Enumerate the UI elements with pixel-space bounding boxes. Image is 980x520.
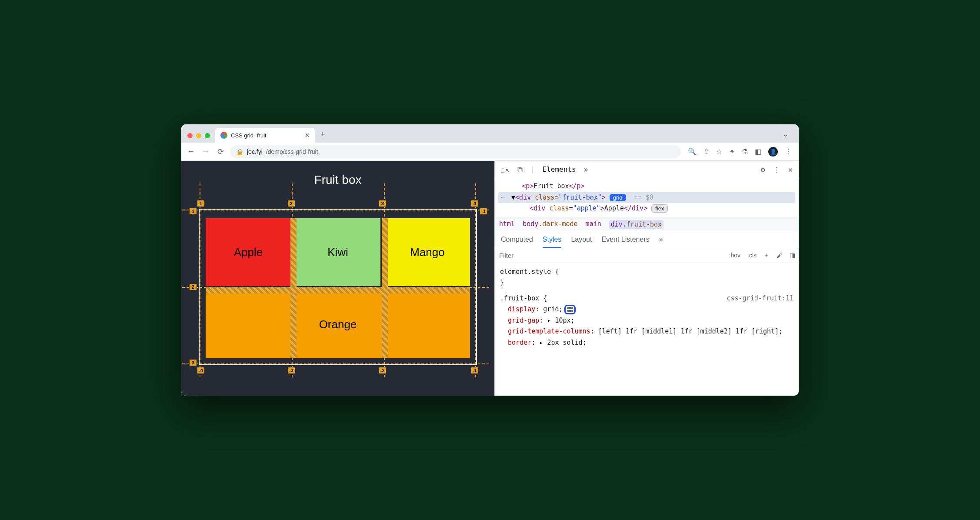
rule-selector: .fruit-box {: [500, 293, 547, 304]
menu-icon[interactable]: ⋮: [785, 147, 792, 156]
new-tab-button[interactable]: +: [315, 130, 330, 143]
reload-button[interactable]: ⟳: [215, 147, 226, 157]
crumb: html: [499, 220, 515, 229]
maximize-window-button[interactable]: [205, 133, 210, 138]
grid-row-label: 3: [189, 359, 197, 366]
window-controls: [186, 133, 215, 143]
profile-avatar[interactable]: 👤: [768, 147, 778, 157]
tab-elements[interactable]: Elements: [543, 165, 576, 173]
css-rule: .fruit-box { css-grid-fruit:11 display: …: [500, 293, 793, 349]
crumb-selected: div.fruit-box: [609, 220, 663, 229]
cls-toggle[interactable]: .cls: [744, 252, 760, 259]
css-declaration: border: ▸ 2px solid;: [500, 337, 793, 349]
tab-computed[interactable]: Computed: [501, 236, 533, 248]
favicon-icon: [220, 132, 227, 139]
settings-icon[interactable]: ⚙: [761, 165, 765, 174]
grid-row-label: 2: [189, 283, 197, 290]
devtools-panel: ⬚↖ ⧉ | Elements » ⚙ ⋮ ✕ <p>Fruit box</p>…: [494, 161, 799, 396]
tab-event-listeners[interactable]: Event Listeners: [601, 236, 649, 248]
grid-col-label: 2: [287, 200, 295, 207]
extensions-icon[interactable]: ✦: [729, 147, 735, 156]
lock-icon: 🔒: [236, 148, 243, 155]
grid-cell-mango: Mango: [385, 218, 470, 286]
element-style-rule: element.style { }: [500, 267, 793, 289]
more-subtabs-icon[interactable]: »: [659, 236, 663, 248]
grid-cell-orange: Orange: [206, 290, 470, 358]
svg-rect-0: [567, 307, 569, 309]
tab-strip: CSS grid- fruit ✕ + ⌄: [181, 124, 799, 143]
forward-button[interactable]: →: [200, 147, 211, 156]
tab-layout[interactable]: Layout: [571, 236, 592, 248]
grid-col-label: 3: [379, 200, 387, 207]
svg-rect-1: [569, 307, 571, 309]
toolbar-icons: 🔍 ⇪ ☆ ✦ ⚗ ◧ 👤 ⋮: [685, 147, 794, 157]
labs-icon[interactable]: ⚗: [742, 147, 748, 156]
close-devtools-icon[interactable]: ✕: [788, 165, 793, 174]
svg-rect-4: [569, 310, 571, 312]
minimize-window-button[interactable]: [196, 133, 201, 138]
rule-source-link[interactable]: css-grid-fruit:11: [727, 293, 793, 304]
svg-rect-5: [571, 310, 573, 312]
css-declaration: grid-gap: ▸ 10px;: [500, 315, 793, 327]
address-bar[interactable]: 🔒 jec.fyi/demo/css-grid-fruit: [230, 145, 681, 158]
css-declaration: grid-template-columns: [left] 1fr [middl…: [500, 326, 793, 337]
svg-rect-2: [571, 307, 573, 309]
tab-title: CSS grid- fruit: [231, 132, 267, 139]
share-icon[interactable]: ⇪: [703, 147, 709, 156]
browser-window: CSS grid- fruit ✕ + ⌄ ← → ⟳ 🔒 jec.fyi/de…: [181, 124, 799, 396]
css-declaration: display: grid;: [500, 304, 793, 315]
page-viewport: Fruit box Apple: [181, 161, 494, 396]
styles-pane[interactable]: element.style { } .fruit-box { css-grid-…: [495, 263, 799, 396]
grid-col-label: 4: [471, 200, 479, 207]
breadcrumbs[interactable]: html body.dark-mode main div.fruit-box: [495, 217, 799, 231]
url-path: /demo/css-grid-fruit: [266, 148, 318, 155]
inspect-icon[interactable]: ⬚↖: [501, 165, 510, 174]
hov-toggle[interactable]: :hov: [726, 252, 744, 259]
grid-row-label: 1: [189, 208, 197, 215]
grid-editor-icon[interactable]: [564, 305, 576, 314]
tab-styles[interactable]: Styles: [543, 236, 562, 248]
back-button[interactable]: ←: [186, 147, 196, 156]
grid-cell-apple: Apple: [206, 218, 291, 286]
toolbar: ← → ⟳ 🔒 jec.fyi/demo/css-grid-fruit 🔍 ⇪ …: [181, 143, 799, 161]
dom-node: <div class="apple">Apple</div> flex: [498, 203, 795, 214]
crumb: body.dark-mode: [523, 220, 577, 229]
fruit-box-grid: Apple Kiwi Mango Orange 1 2 3 4 -4 -3 -2…: [199, 209, 477, 365]
grid-col-neg-label: -1: [471, 367, 479, 374]
paint-icon[interactable]: 🖌: [773, 252, 786, 259]
more-tabs-icon[interactable]: »: [584, 165, 588, 174]
styles-filter-input[interactable]: [495, 248, 726, 263]
dom-node: <p>Fruit box</p>: [498, 181, 795, 192]
grid-col-neg-label: -4: [197, 367, 205, 374]
grid-row-neg-label: -1: [480, 208, 487, 215]
bookmark-icon[interactable]: ☆: [716, 147, 722, 156]
tabs-dropdown-icon[interactable]: ⌄: [777, 130, 794, 143]
browser-tab[interactable]: CSS grid- fruit ✕: [215, 128, 315, 143]
url-host: jec.fyi: [247, 148, 263, 155]
crumb: main: [586, 220, 601, 229]
page-heading: Fruit box: [181, 173, 494, 187]
styles-subtabs: Computed Styles Layout Event Listeners »: [495, 231, 799, 248]
dom-node-selected: ⋯ ▼<div class="fruit-box"> grid == $0: [498, 192, 795, 203]
svg-rect-3: [567, 310, 569, 312]
flex-badge[interactable]: flex: [651, 204, 668, 213]
close-window-button[interactable]: [187, 133, 193, 138]
zoom-icon[interactable]: 🔍: [688, 147, 697, 156]
dom-tree[interactable]: <p>Fruit box</p> ⋯ ▼<div class="fruit-bo…: [495, 178, 799, 217]
kebab-icon[interactable]: ⋮: [773, 165, 780, 174]
styles-filter-row: :hov .cls ＋ 🖌 ◨: [495, 248, 799, 263]
computed-pane-icon[interactable]: ◨: [786, 252, 799, 259]
grid-col-neg-label: -2: [379, 367, 387, 374]
close-tab-icon[interactable]: ✕: [305, 132, 310, 139]
sidepanel-icon[interactable]: ◧: [755, 147, 761, 156]
grid-col-neg-label: -3: [287, 367, 295, 374]
device-toggle-icon[interactable]: ⧉: [517, 165, 523, 174]
grid-badge[interactable]: grid: [610, 194, 626, 201]
new-rule-icon[interactable]: ＋: [760, 251, 773, 259]
devtools-tabs: ⬚↖ ⧉ | Elements » ⚙ ⋮ ✕: [495, 161, 799, 178]
grid-col-label: 1: [197, 200, 205, 207]
grid-cell-kiwi: Kiwi: [295, 218, 380, 286]
